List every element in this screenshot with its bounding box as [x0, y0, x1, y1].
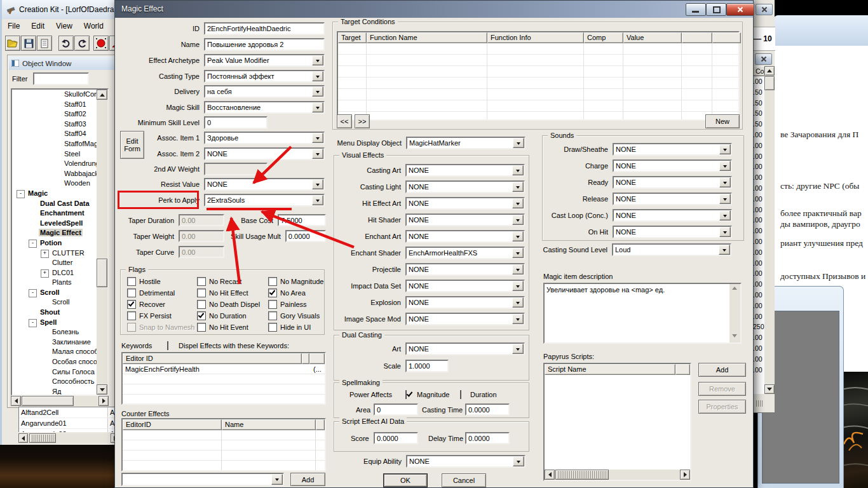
- dropdown-arrow-icon[interactable]: [719, 227, 731, 237]
- conditions-prev-button[interactable]: <<: [337, 114, 352, 128]
- scroll-left-icon[interactable]: [545, 470, 555, 480]
- object-window-titlebar[interactable]: Object Window: [9, 57, 118, 70]
- tree-item[interactable]: Clutter: [12, 258, 97, 268]
- dropdown-arrow-icon[interactable]: [312, 179, 323, 189]
- tree-item[interactable]: Яд: [12, 387, 97, 395]
- visual-effect-dropdown[interactable]: NONE: [405, 214, 525, 226]
- score-input[interactable]: 0.0000: [374, 432, 418, 444]
- description-scrollbar[interactable]: [729, 284, 740, 342]
- area-input[interactable]: 0: [374, 403, 418, 416]
- base-cost-input[interactable]: 7.5000: [278, 214, 326, 226]
- close-button[interactable]: [726, 3, 754, 16]
- cell-row[interactable]: Angarvunde01 Ан: [19, 418, 118, 429]
- dropdown-arrow-icon[interactable]: [719, 210, 731, 220]
- script-name-column-header[interactable]: Script Name: [545, 364, 675, 375]
- dropdown-arrow-icon[interactable]: [312, 86, 323, 97]
- conditions-column-header[interactable]: Value: [623, 32, 682, 43]
- tree-item[interactable]: Способность: [12, 377, 97, 387]
- dropdown-arrow-icon[interactable]: [312, 149, 323, 159]
- flag-row[interactable]: Recover: [127, 299, 194, 310]
- flag-row[interactable]: Detrimental: [127, 287, 194, 299]
- dropdown-arrow-icon[interactable]: [512, 344, 524, 354]
- tree-item[interactable]: Staff01: [12, 100, 97, 110]
- dropdown-arrow-icon[interactable]: [312, 71, 323, 81]
- scroll-up-icon[interactable]: [764, 66, 775, 76]
- flag-row[interactable]: No Duration: [197, 310, 260, 322]
- conditions-table-body[interactable]: [338, 43, 738, 119]
- magic-item-description-textarea[interactable]: Увеличивает здоровье на <mag> ед.: [543, 283, 742, 344]
- sound-dropdown[interactable]: NONE: [613, 226, 732, 238]
- papyrus-scripts-list[interactable]: Script Name: [543, 363, 691, 481]
- tree-item[interactable]: Wooden: [12, 179, 97, 189]
- cell-row[interactable]: Angarvunde02 Ан: [19, 429, 118, 432]
- casting-sound-level-dropdown[interactable]: Loud: [612, 243, 731, 256]
- cell-row[interactable]: Alftand2Cell Ал: [19, 407, 118, 418]
- visual-effect-dropdown[interactable]: NONE: [405, 263, 525, 276]
- tree-item[interactable]: + CLUTTER: [12, 248, 97, 259]
- dropdown-arrow-icon[interactable]: [719, 161, 731, 171]
- tree-item[interactable]: Staff02: [12, 109, 97, 119]
- conditions-next-button[interactable]: >>: [355, 114, 370, 128]
- flag-row[interactable]: No Magnitude: [268, 276, 324, 287]
- perk-to-apply-dropdown[interactable]: 2ExtraSouls: [204, 194, 325, 207]
- flag-row[interactable]: Snap to Navmesh: [127, 322, 194, 333]
- tree-expander-icon[interactable]: -: [29, 240, 37, 248]
- dropdown-arrow-icon[interactable]: [512, 231, 524, 241]
- equip-ability-dropdown[interactable]: NONE: [406, 455, 526, 468]
- flag-row[interactable]: No Hit Effect: [197, 287, 260, 299]
- flag-row[interactable]: No Death Dispel: [197, 299, 260, 310]
- sound-dropdown[interactable]: NONE: [613, 193, 732, 205]
- dropdown-arrow-icon[interactable]: [312, 55, 323, 65]
- dual-casting-scale-input[interactable]: 1.0000: [405, 360, 449, 372]
- id-input[interactable]: 2EnchFortifyHealthDaedric: [204, 22, 325, 35]
- tree-item[interactable]: Болезнь: [12, 327, 97, 337]
- background-window-close-button[interactable]: [756, 4, 773, 15]
- cancel-button[interactable]: Cancel: [442, 473, 486, 487]
- flag-checkbox[interactable]: [127, 323, 136, 332]
- menu-display-object-dropdown[interactable]: MagicHatMarker: [406, 137, 526, 149]
- tree-expander-icon[interactable]: -: [29, 289, 37, 297]
- cost-list-scrollbar[interactable]: [764, 66, 775, 394]
- tree-item[interactable]: Силы Голоса: [12, 367, 97, 377]
- menu-item[interactable]: Edit: [25, 19, 50, 33]
- magnitude-checkbox[interactable]: [405, 390, 407, 399]
- dropdown-arrow-icon[interactable]: [512, 165, 524, 175]
- scroll-left-icon[interactable]: [18, 433, 28, 443]
- papyrus-properties-button[interactable]: Properties: [698, 400, 746, 414]
- flag-row[interactable]: FX Persist: [127, 310, 194, 322]
- tree-item[interactable]: Magic Effect: [12, 228, 97, 238]
- assoc-item1-dropdown[interactable]: Здоровье: [204, 132, 325, 144]
- scrollbar-thumb[interactable]: [22, 396, 74, 406]
- dialog-titlebar[interactable]: Magic Effect: [115, 1, 753, 18]
- dropdown-arrow-icon[interactable]: [719, 245, 730, 255]
- tree-expander-icon[interactable]: +: [41, 269, 49, 278]
- name-input[interactable]: Повышение здоровья 2: [204, 38, 325, 51]
- flag-checkbox[interactable]: [127, 277, 136, 286]
- flag-row[interactable]: Gory Visuals: [268, 310, 324, 322]
- counter-editorid-header[interactable]: EditorID: [123, 419, 222, 430]
- conditions-column-header[interactable]: [712, 32, 741, 43]
- tree-item[interactable]: Заклинание: [12, 337, 97, 348]
- tree-expander-icon[interactable]: -: [29, 319, 37, 327]
- cell-view-horizontal-scrollbar[interactable]: [18, 433, 118, 443]
- filter-input[interactable]: [33, 72, 89, 85]
- tree-item[interactable]: Scroll: [12, 297, 97, 308]
- scroll-down-icon[interactable]: [764, 384, 775, 394]
- flag-checkbox[interactable]: [268, 323, 277, 332]
- dropdown-arrow-icon[interactable]: [512, 215, 524, 225]
- save-button[interactable]: [21, 36, 36, 51]
- delivery-dropdown[interactable]: на себя: [204, 85, 325, 98]
- dual-casting-art-dropdown[interactable]: NONE: [405, 342, 525, 355]
- dropdown-arrow-icon[interactable]: [312, 102, 323, 112]
- counter-effects-list[interactable]: EditorID Name: [121, 418, 326, 471]
- script-column-header-blank[interactable]: [675, 364, 690, 375]
- delay-time-input[interactable]: 0.0000: [465, 432, 510, 444]
- resist-value-dropdown[interactable]: NONE: [204, 178, 325, 191]
- sound-dropdown[interactable]: NONE: [613, 159, 732, 172]
- tree-item[interactable]: Plants: [12, 278, 97, 288]
- duration-checkbox[interactable]: [460, 390, 461, 399]
- minimum-skill-input[interactable]: 0: [204, 116, 268, 129]
- skill-usage-mult-input[interactable]: 0.0000: [285, 230, 326, 242]
- redo-button[interactable]: [74, 36, 90, 51]
- dropdown-arrow-icon[interactable]: [719, 144, 731, 154]
